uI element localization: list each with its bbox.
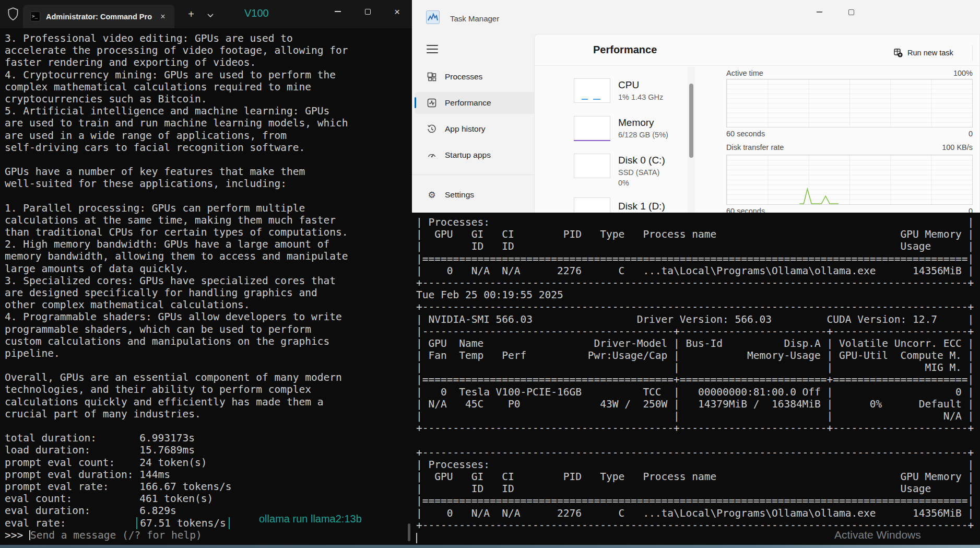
sidebar-label: App history [445,124,486,134]
terminal-line: |---------------------------------------… [416,325,980,337]
tm-minimize-button[interactable] [807,3,831,21]
terminal-line: self-driving cars to facial recognition … [5,142,409,154]
header-divider [972,45,973,61]
card-divider [535,65,979,66]
terminal-line: 3. Specialized cores: GPUs have speciali… [5,275,409,287]
terminal-minimize-button[interactable] [325,0,350,23]
maximize-icon [365,9,371,15]
task-manager-title: Task Manager [450,14,499,23]
task-manager-app-icon [426,10,440,24]
terminal-line: | ID ID Usage | [416,240,980,252]
graph-ymax: 100% [953,69,973,77]
terminal-line: accelerate the processing of video foota… [5,44,409,56]
graph-title: Active time [726,69,763,77]
disk-rate-graph [726,155,973,205]
memory-mini-graph [574,116,610,141]
terminal-output: 3. Professional video editing: GPUs are … [5,32,409,548]
terminal-maximize-button[interactable] [356,0,380,23]
terminal-line: faster rendering and exporting of videos… [5,56,409,68]
processes-icon [427,72,436,81]
perf-list-scrollbar[interactable] [688,67,695,213]
eval-rate-value-highlight: 67.51 tokens/s [136,517,229,529]
terminal-line: | | | MIG M. | [416,362,980,374]
taskbar-edge [0,545,980,548]
terminal-line: | ID ID Usage | [416,483,980,495]
terminal-line: cryptocurrencies such as Bitcoin. [5,93,409,105]
text-cursor [416,533,417,543]
minimize-icon [335,11,341,12]
chevron-down-icon [205,9,216,21]
graph-ymin: 0 [969,130,973,138]
terminal-line: Overall, GPUs are an essential component… [5,371,409,383]
screen: Task Manager Processes Performance A [0,0,980,548]
terminal-line: pipeline. [5,347,409,359]
terminal-line: | Processes: | [416,459,980,471]
terminal-line: 4. Cryptocurrency mining: GPUs are used … [5,69,409,81]
terminal-close-button[interactable]: × [385,0,409,23]
run-new-task-button[interactable]: Run new task [894,45,953,61]
terminal-line: large amounts of data quickly. [5,263,409,275]
terminal-line: | 0 N/A N/A 2276 C ...ta\Local\Programs\… [416,507,980,519]
maximize-icon [848,9,854,15]
task-manager-titlebar: Task Manager [412,0,980,29]
cpu-mini-graph [574,78,610,103]
terminal-line: than traditional CPUs for certain types … [5,226,409,238]
terminal-line [5,420,409,432]
prompt-placeholder: Send a message (/? for help) [30,529,202,541]
terminal-line [5,190,409,202]
sidebar-label: Startup apps [445,150,491,160]
terminal-line: | N/A 45C P0 43W / 250W | 14379MiB / 163… [416,398,980,410]
terminal-prose: 3. Professional video editing: GPUs are … [5,32,409,432]
ollama-command-annotation: ollama run llama2:13b [259,513,362,525]
terminal-line: | Processes: | [416,216,980,228]
terminal-line: complex mathematical calculations requir… [5,81,409,93]
page-title: Performance [593,44,657,56]
run-new-task-icon [894,49,903,57]
terminal-line [5,359,409,371]
prompt-line[interactable]: >>> Send a message (/? for help) [5,529,409,541]
startup-apps-icon [427,150,436,160]
disk0-mini-graph [574,154,610,178]
terminal-line: |=======================================… [416,495,980,507]
close-icon: × [394,7,400,17]
terminal-line: | 0 Tesla V100-PCIE-16GB TCC | 00000000:… [416,386,980,398]
terminal-line: |=======================================… [416,253,980,265]
terminal-line: 5. Artificial intelligence and machine l… [5,105,409,117]
gear-icon: ⚙ [427,190,436,200]
terminal-line: eval count: 461 token(s) [5,493,409,505]
terminal-line: | | | N/A | [416,410,980,422]
nvidia-smi-output: | Processes: || GPU GI CI PID Type Proce… [416,216,980,531]
tab-dropdown-button[interactable] [205,9,217,22]
terminal-line: | GPU GI CI PID Type Process name GPU Me… [416,228,980,240]
terminal-line: prompt eval rate: 166.67 tokens/s [5,481,409,493]
terminal-titlebar: >_ Administrator: Command Pro × + V100 × [0,0,412,28]
tm-maximize-button[interactable] [839,3,863,21]
terminal-line: | NVIDIA-SMI 566.03 Driver Version: 566.… [416,313,980,325]
terminal-line: are used in a wide range of applications… [5,130,409,142]
active-time-header: Active time 100% [726,69,973,77]
terminal-tab[interactable]: >_ Administrator: Command Pro × [23,5,174,28]
terminal-line: +---------------------------------------… [416,447,980,459]
terminal-line: well-suited for these applications, incl… [5,178,409,190]
disk-rate-series [727,155,972,204]
graph-xlabel: 60 seconds [726,130,765,138]
tab-close-button[interactable]: × [157,12,169,21]
workspace-annotation: V100 [244,7,269,19]
terminal-line: calculations at the same time, making th… [5,214,409,226]
terminal-line [5,154,409,166]
hamburger-menu-button[interactable] [427,45,438,54]
terminal-line: custom calculations and manipulations on… [5,335,409,347]
performance-icon [427,98,436,108]
terminal-window: >_ Administrator: Command Pro × + V100 ×… [0,0,412,548]
new-tab-button[interactable]: + [184,7,198,22]
minimize-icon [817,11,822,13]
terminal-scrollbar[interactable] [408,523,410,541]
cmd-icon: >_ [30,11,40,21]
terminal-line: | GPU Name Driver-Model | Bus-Id Disp.A … [416,337,980,349]
terminal-line: other complex mathematical calculations. [5,299,409,311]
terminal-line: | Fan Temp Perf Pwr:Usage/Cap | Memory-U… [416,349,980,362]
terminal-line [416,434,980,446]
terminal-line: memory bandwidth, allowing them to acces… [5,250,409,262]
nvidia-smi-terminal: | Processes: || GPU GI CI PID Type Proce… [412,213,980,548]
eval-rate-label: eval rate: [5,517,139,529]
